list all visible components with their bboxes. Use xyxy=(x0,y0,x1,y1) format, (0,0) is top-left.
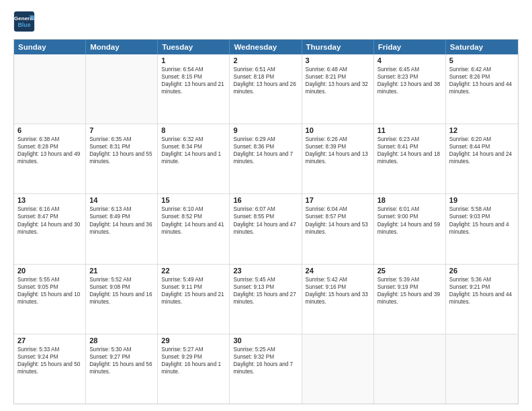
day-number: 9 xyxy=(233,126,298,134)
calendar-cell: 8Sunrise: 6:32 AMSunset: 8:34 PMDaylight… xyxy=(158,124,230,193)
weekday-header: Friday xyxy=(374,40,446,54)
calendar-cell: 11Sunrise: 6:23 AMSunset: 8:41 PMDayligh… xyxy=(374,124,446,193)
sunset-text: Sunset: 9:03 PM xyxy=(449,213,515,220)
day-number: 30 xyxy=(233,336,298,345)
calendar-cell xyxy=(302,334,374,404)
day-number: 16 xyxy=(233,196,298,204)
weekday-header: Thursday xyxy=(302,40,374,54)
calendar-cell: 6Sunrise: 6:38 AMSunset: 8:28 PMDaylight… xyxy=(14,124,86,193)
calendar-body: 1Sunrise: 6:54 AMSunset: 8:15 PMDaylight… xyxy=(14,54,518,404)
day-number: 11 xyxy=(378,126,442,134)
calendar-row: 1Sunrise: 6:54 AMSunset: 8:15 PMDaylight… xyxy=(14,54,518,124)
sunrise-text: Sunrise: 5:45 AM xyxy=(233,276,298,283)
calendar-cell: 10Sunrise: 6:26 AMSunset: 8:39 PMDayligh… xyxy=(302,124,374,193)
daylight-text: Daylight: 14 hours and 13 minutes. xyxy=(306,150,370,165)
sunrise-text: Sunrise: 5:49 AM xyxy=(161,276,226,283)
logo-icon: General Blue xyxy=(13,11,35,32)
sunrise-text: Sunrise: 5:52 AM xyxy=(89,276,154,283)
calendar-cell: 27Sunrise: 5:33 AMSunset: 9:24 PMDayligh… xyxy=(14,334,86,404)
day-number: 26 xyxy=(449,267,515,275)
sunrise-text: Sunrise: 6:16 AM xyxy=(17,205,82,213)
sunset-text: Sunset: 8:44 PM xyxy=(449,143,515,150)
day-number: 3 xyxy=(306,56,370,64)
sunrise-text: Sunrise: 6:48 AM xyxy=(306,66,370,73)
calendar-cell: 19Sunrise: 5:58 AMSunset: 9:03 PMDayligh… xyxy=(446,194,518,263)
sunset-text: Sunset: 8:49 PM xyxy=(89,213,154,220)
sunrise-text: Sunrise: 6:38 AM xyxy=(17,136,82,143)
daylight-text: Daylight: 14 hours and 41 minutes. xyxy=(161,221,226,236)
calendar-cell xyxy=(14,54,86,124)
day-number: 27 xyxy=(17,336,82,345)
daylight-text: Daylight: 15 hours and 21 minutes. xyxy=(161,291,226,306)
sunset-text: Sunset: 9:00 PM xyxy=(378,213,442,220)
calendar-cell: 22Sunrise: 5:49 AMSunset: 9:11 PMDayligh… xyxy=(158,265,230,334)
daylight-text: Daylight: 13 hours and 44 minutes. xyxy=(449,81,515,95)
day-number: 19 xyxy=(449,196,515,204)
calendar-cell xyxy=(374,334,446,404)
sunrise-text: Sunrise: 5:33 AM xyxy=(17,346,82,353)
daylight-text: Daylight: 14 hours and 36 minutes. xyxy=(89,221,154,236)
sunrise-text: Sunrise: 5:25 AM xyxy=(233,346,298,353)
sunrise-text: Sunrise: 5:30 AM xyxy=(89,346,154,353)
day-number: 15 xyxy=(161,196,226,204)
sunrise-text: Sunrise: 5:36 AM xyxy=(449,276,515,283)
day-number: 5 xyxy=(449,56,515,64)
day-number: 12 xyxy=(449,126,515,134)
sunset-text: Sunset: 8:55 PM xyxy=(233,213,298,220)
day-number: 29 xyxy=(161,336,226,345)
sunrise-text: Sunrise: 6:10 AM xyxy=(161,205,226,213)
calendar-cell: 7Sunrise: 6:35 AMSunset: 8:31 PMDaylight… xyxy=(86,124,158,193)
calendar-cell: 26Sunrise: 5:36 AMSunset: 9:21 PMDayligh… xyxy=(446,265,518,334)
daylight-text: Daylight: 15 hours and 10 minutes. xyxy=(17,291,82,306)
sunset-text: Sunset: 9:11 PM xyxy=(161,283,226,291)
day-number: 13 xyxy=(17,196,82,204)
daylight-text: Daylight: 14 hours and 30 minutes. xyxy=(17,221,82,236)
sunset-text: Sunset: 8:57 PM xyxy=(306,213,370,220)
daylight-text: Daylight: 15 hours and 4 minutes. xyxy=(449,221,515,236)
day-number: 6 xyxy=(17,126,82,134)
day-number: 18 xyxy=(378,196,442,204)
sunset-text: Sunset: 8:41 PM xyxy=(378,143,442,150)
calendar-cell: 15Sunrise: 6:10 AMSunset: 8:52 PMDayligh… xyxy=(158,194,230,263)
calendar-cell: 30Sunrise: 5:25 AMSunset: 9:32 PMDayligh… xyxy=(230,334,302,404)
header: General Blue xyxy=(13,11,519,32)
daylight-text: Daylight: 14 hours and 18 minutes. xyxy=(378,150,442,165)
calendar-cell: 14Sunrise: 6:13 AMSunset: 8:49 PMDayligh… xyxy=(86,194,158,263)
daylight-text: Daylight: 13 hours and 21 minutes. xyxy=(161,81,226,95)
sunset-text: Sunset: 8:18 PM xyxy=(233,73,298,81)
calendar-cell: 2Sunrise: 6:51 AMSunset: 8:18 PMDaylight… xyxy=(230,54,302,124)
calendar-cell: 5Sunrise: 6:42 AMSunset: 8:26 PMDaylight… xyxy=(446,54,518,124)
calendar-cell: 12Sunrise: 6:20 AMSunset: 8:44 PMDayligh… xyxy=(446,124,518,193)
daylight-text: Daylight: 15 hours and 44 minutes. xyxy=(449,291,515,306)
daylight-text: Daylight: 14 hours and 24 minutes. xyxy=(449,150,515,165)
sunset-text: Sunset: 8:31 PM xyxy=(89,143,154,150)
sunrise-text: Sunrise: 6:35 AM xyxy=(89,136,154,143)
sunrise-text: Sunrise: 6:42 AM xyxy=(449,66,515,73)
sunrise-text: Sunrise: 5:58 AM xyxy=(449,205,515,213)
daylight-text: Daylight: 14 hours and 59 minutes. xyxy=(378,221,442,236)
sunrise-text: Sunrise: 5:42 AM xyxy=(306,276,370,283)
calendar-cell: 24Sunrise: 5:42 AMSunset: 9:16 PMDayligh… xyxy=(302,265,374,334)
sunset-text: Sunset: 8:28 PM xyxy=(17,143,82,150)
sunset-text: Sunset: 9:27 PM xyxy=(89,353,154,361)
sunrise-text: Sunrise: 5:39 AM xyxy=(378,276,442,283)
calendar-cell: 1Sunrise: 6:54 AMSunset: 8:15 PMDaylight… xyxy=(158,54,230,124)
day-number: 14 xyxy=(89,196,154,204)
sunrise-text: Sunrise: 6:32 AM xyxy=(161,136,226,143)
calendar-cell: 29Sunrise: 5:27 AMSunset: 9:29 PMDayligh… xyxy=(158,334,230,404)
logo: General Blue xyxy=(13,11,35,32)
daylight-text: Daylight: 13 hours and 26 minutes. xyxy=(233,81,298,95)
daylight-text: Daylight: 13 hours and 32 minutes. xyxy=(306,81,370,95)
sunrise-text: Sunrise: 5:27 AM xyxy=(161,346,226,353)
daylight-text: Daylight: 14 hours and 7 minutes. xyxy=(233,150,298,165)
calendar-cell: 28Sunrise: 5:30 AMSunset: 9:27 PMDayligh… xyxy=(86,334,158,404)
day-number: 21 xyxy=(89,267,154,275)
calendar-header: SundayMondayTuesdayWednesdayThursdayFrid… xyxy=(14,40,518,54)
sunset-text: Sunset: 9:21 PM xyxy=(449,283,515,291)
daylight-text: Daylight: 15 hours and 39 minutes. xyxy=(378,291,442,306)
calendar-row: 27Sunrise: 5:33 AMSunset: 9:24 PMDayligh… xyxy=(14,334,518,404)
calendar-cell xyxy=(86,54,158,124)
sunrise-text: Sunrise: 6:23 AM xyxy=(378,136,442,143)
daylight-text: Daylight: 13 hours and 55 minutes. xyxy=(89,150,154,165)
calendar-cell: 25Sunrise: 5:39 AMSunset: 9:19 PMDayligh… xyxy=(374,265,446,334)
